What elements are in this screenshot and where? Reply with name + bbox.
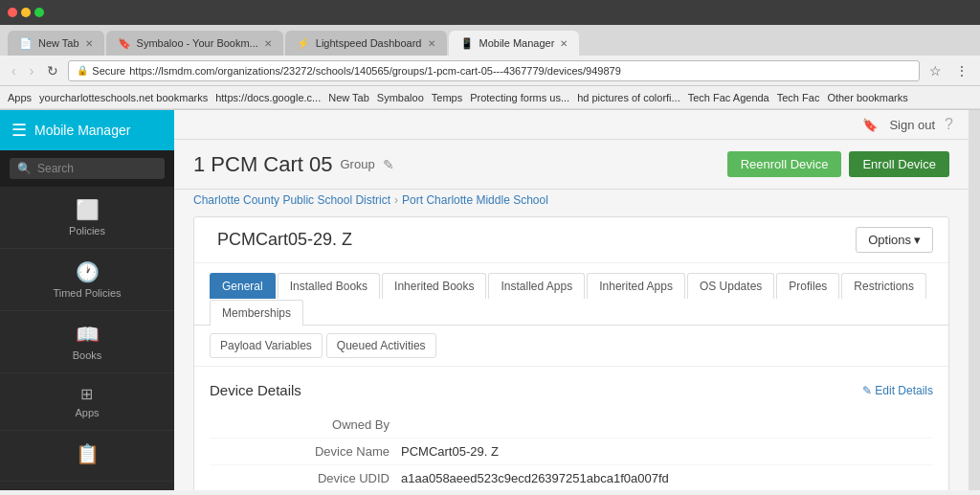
- tab-favicon: 🔖: [118, 37, 131, 50]
- bookmark-hd[interactable]: hd pictures of colorfi...: [577, 92, 680, 103]
- bookmark-apps[interactable]: Apps: [8, 92, 32, 103]
- detail-row-owned-by: Owned By: [210, 412, 933, 439]
- more-icon: 📋: [76, 442, 100, 465]
- tab-profiles[interactable]: Profiles: [776, 273, 839, 299]
- device-name: PCMCart05-29. Z: [217, 230, 352, 250]
- tab-close-icon[interactable]: ✕: [428, 38, 435, 49]
- browser-tab-mobile[interactable]: 📱 Mobile Manager ✕: [449, 31, 580, 56]
- address-bar[interactable]: 🔒 Secure https://lsmdm.com/organizations…: [68, 60, 920, 81]
- browser-tab-new[interactable]: 📄 New Tab ✕: [8, 31, 104, 56]
- edit-details-link[interactable]: ✎ Edit Details: [862, 384, 933, 397]
- bookmark-docs[interactable]: https://docs.google.c...: [215, 92, 321, 103]
- tab-restrictions[interactable]: Restrictions: [841, 273, 926, 299]
- bookmark-techfac2[interactable]: Tech Fac: [777, 92, 820, 103]
- detail-label-owned-by: Owned By: [210, 417, 401, 432]
- secure-label: Secure: [92, 65, 125, 77]
- nav-bar: ‹ › ↻ 🔒 Secure https://lsmdm.com/organiz…: [0, 56, 980, 86]
- sidebar-item-policies[interactable]: ⬜ Policies: [0, 187, 174, 249]
- tab-os-updates[interactable]: OS Updates: [687, 273, 774, 299]
- bookmark-techfac[interactable]: Tech Fac Agenda: [688, 92, 769, 103]
- tab-favicon: ⚡: [297, 37, 310, 50]
- back-button[interactable]: ‹: [8, 61, 20, 80]
- address-text: https://lsmdm.com/organizations/23272/sc…: [129, 65, 911, 77]
- close-window-button[interactable]: [8, 8, 17, 17]
- breadcrumb-district[interactable]: Charlotte County Public School District: [193, 193, 390, 207]
- tab-close-icon[interactable]: ✕: [85, 38, 93, 49]
- settings-button[interactable]: ⋮: [951, 61, 972, 80]
- sidebar-icon: ☰: [11, 120, 27, 141]
- tab-inherited-books[interactable]: Inherited Books: [382, 273, 486, 299]
- app-container: ☰ Mobile Manager 🔍 Search ⬜ Policies 🕐 T…: [0, 110, 980, 490]
- sidebar-title: Mobile Manager: [34, 123, 130, 138]
- tab-general[interactable]: General: [210, 273, 276, 299]
- books-icon: 📖: [76, 323, 100, 346]
- top-bar: 🔖 Sign out ?: [174, 110, 969, 140]
- sidebar-item-apps[interactable]: ⊞ Apps: [0, 373, 174, 431]
- device-panel-header: PCMCart05-29. Z Options ▾: [194, 217, 948, 263]
- minimize-window-button[interactable]: [21, 8, 31, 17]
- browser-tab-lightspeed[interactable]: ⚡ Lightspeed Dashboard ✕: [285, 31, 447, 56]
- sub-tab-payload-variables[interactable]: Payload Variables: [210, 333, 323, 358]
- browser-chrome: 📄 New Tab ✕ 🔖 Symbaloo - Your Bookm... ✕…: [0, 0, 980, 110]
- title-bar: [0, 0, 980, 25]
- page-header: 1 PCM Cart 05 Group ✎ Reenroll Device En…: [174, 140, 969, 190]
- scrollbar-area: [969, 110, 980, 490]
- browser-tab-symbaloo[interactable]: 🔖 Symbaloo - Your Bookm... ✕: [106, 31, 283, 56]
- tab-memberships[interactable]: Memberships: [210, 300, 303, 326]
- device-details-section: Device Details ✎ Edit Details Owned By D…: [194, 367, 948, 490]
- detail-label-udid: Device UDID: [210, 471, 401, 485]
- help-icon[interactable]: ?: [945, 116, 953, 133]
- bookmark-icon: 🔖: [862, 118, 878, 132]
- forward-button[interactable]: ›: [26, 61, 38, 80]
- edit-group-icon[interactable]: ✎: [383, 157, 394, 172]
- reenroll-device-button[interactable]: Reenroll Device: [727, 151, 842, 177]
- tab-installed-books[interactable]: Installed Books: [278, 273, 380, 299]
- sidebar: ☰ Mobile Manager 🔍 Search ⬜ Policies 🕐 T…: [0, 110, 174, 490]
- secure-icon: 🔒: [77, 65, 88, 76]
- bookmark-newtab[interactable]: New Tab: [328, 92, 369, 103]
- tab-installed-apps[interactable]: Installed Apps: [488, 273, 585, 299]
- search-icon: 🔍: [17, 162, 32, 175]
- bookmark-symbaloo[interactable]: Symbaloo: [377, 92, 424, 103]
- device-sub-tabs: Payload Variables Queued Activities: [194, 326, 948, 367]
- section-title: Device Details: [210, 382, 301, 398]
- sign-out-link[interactable]: Sign out: [889, 118, 935, 132]
- sidebar-item-more[interactable]: 📋: [0, 431, 174, 482]
- window-controls[interactable]: [8, 8, 44, 17]
- sub-tab-queued-activities[interactable]: Queued Activities: [326, 333, 436, 358]
- bookmark-button[interactable]: ☆: [925, 61, 946, 80]
- bookmark-protecting[interactable]: Protecting forms us...: [470, 92, 569, 103]
- options-button[interactable]: Options ▾: [856, 227, 933, 253]
- sidebar-label-policies: Policies: [69, 225, 105, 236]
- sidebar-item-timed-policies[interactable]: 🕐 Timed Policies: [0, 249, 174, 311]
- breadcrumb-school[interactable]: Port Charlotte Middle School: [402, 193, 548, 207]
- reload-button[interactable]: ↻: [43, 61, 62, 80]
- sidebar-search-input[interactable]: 🔍 Search: [10, 158, 165, 179]
- bookmark-other[interactable]: Other bookmarks: [827, 92, 907, 103]
- header-action-buttons: Reenroll Device Enroll Device: [727, 151, 949, 177]
- detail-label-device-name: Device Name: [210, 444, 401, 459]
- enroll-device-button[interactable]: Enroll Device: [849, 151, 949, 177]
- apps-icon: ⊞: [80, 385, 95, 403]
- sidebar-item-books[interactable]: 📖 Books: [0, 311, 174, 373]
- sidebar-label-books: Books: [73, 349, 102, 361]
- tab-label: Symbaloo - Your Bookm...: [137, 37, 258, 49]
- maximize-window-button[interactable]: [34, 8, 44, 17]
- sidebar-label-timed-policies: Timed Policies: [53, 287, 121, 299]
- timed-policies-icon: 🕐: [76, 260, 100, 283]
- tab-label: Mobile Manager: [479, 37, 555, 49]
- tab-close-icon[interactable]: ✕: [560, 38, 568, 49]
- bookmark-temps[interactable]: Temps: [432, 92, 462, 103]
- breadcrumb: Charlotte County Public School District …: [174, 190, 969, 216]
- sidebar-search-container[interactable]: 🔍 Search: [0, 150, 174, 187]
- tab-favicon: 📄: [19, 37, 33, 50]
- tab-inherited-apps[interactable]: Inherited Apps: [587, 273, 685, 299]
- tab-close-icon[interactable]: ✕: [264, 38, 272, 49]
- section-header: Device Details ✎ Edit Details: [210, 382, 933, 398]
- sidebar-header: ☰ Mobile Manager: [0, 110, 174, 150]
- detail-value-udid: a1aa058aeed523c9ecd26397251abca1f0a007fd: [401, 471, 669, 485]
- detail-row-udid: Device UDID a1aa058aeed523c9ecd26397251a…: [210, 465, 933, 490]
- options-label: Options: [868, 233, 911, 247]
- search-placeholder: Search: [37, 162, 74, 175]
- bookmark-charlotte[interactable]: yourcharlotteschools.net bookmarks: [39, 92, 208, 103]
